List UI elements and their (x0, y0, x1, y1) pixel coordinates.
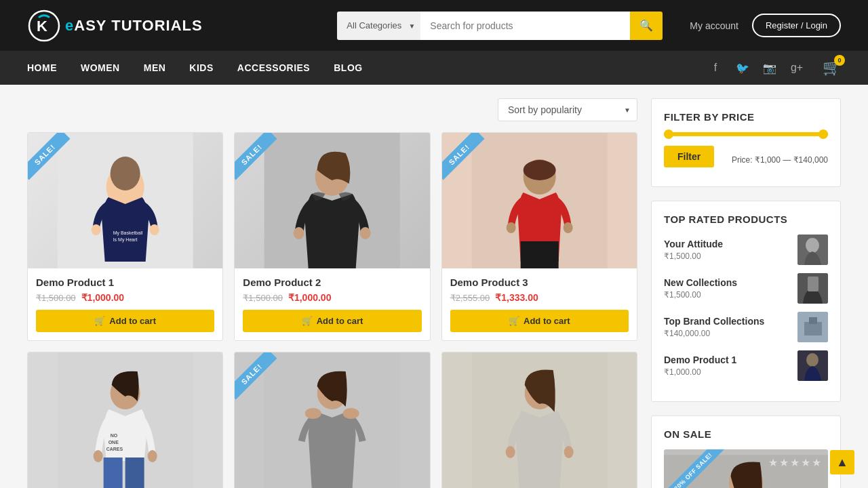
filter-button[interactable]: Filter (664, 146, 714, 167)
price-range-text: Price: ₹1,000 — ₹140,000 (732, 155, 828, 165)
top-rated-name-3: Top Brand Collections (664, 316, 791, 327)
my-account-link[interactable]: My account (690, 20, 738, 31)
svg-text:NO: NO (111, 433, 118, 438)
svg-text:My Basketball: My Basketball (113, 230, 143, 236)
top-rated-section: TOP RATED PRODUCTS Your Attitude ₹1,500.… (651, 201, 841, 402)
scroll-top-button[interactable]: ▲ (830, 450, 854, 474)
product-name-2: Demo Product 2 (243, 277, 421, 288)
top-rated-info-1: Your Attitude ₹1,500.00 (664, 239, 791, 261)
sort-select[interactable]: Sort by popularity Sort by latest Sort b… (498, 98, 637, 121)
add-to-cart-button-1[interactable]: 🛒 Add to cart (36, 310, 214, 332)
logo-icon: K (27, 9, 61, 43)
cart-icon-btn-3: 🛒 (509, 316, 519, 326)
product-name-3: Demo Product 3 (450, 277, 629, 288)
sale-badge-3 (442, 133, 496, 187)
svg-point-15 (506, 222, 515, 233)
cart-wrapper[interactable]: 🛒 0 (823, 59, 841, 77)
nav-item-men[interactable]: MEN (144, 62, 166, 73)
instagram-icon[interactable]: 📷 (762, 60, 778, 76)
price-area-1: ₹1,500.00 ₹1,000.00 (36, 292, 214, 303)
top-rated-item-1[interactable]: Your Attitude ₹1,500.00 (664, 235, 828, 265)
top-rated-item-2[interactable]: New Collections ₹1,500.00 (664, 273, 828, 304)
register-login-button[interactable]: Register / Login (752, 14, 841, 37)
top-rated-name-2: New Collections (664, 277, 791, 288)
price-slider-track[interactable] (664, 132, 828, 136)
sale-price-3: ₹1,333.00 (495, 292, 538, 303)
original-price-1: ₹1,500.00 (36, 293, 76, 303)
price-area-3: ₹2,555.00 ₹1,333.00 (450, 292, 629, 303)
top-rated-info-3: Top Brand Collections ₹140,000.00 (664, 316, 791, 338)
svg-point-30 (305, 408, 321, 419)
star-1: ★ (768, 456, 778, 469)
twitter-icon[interactable]: 🐦 (734, 60, 751, 76)
top-rated-price-4: ₹1,000.00 (664, 367, 791, 377)
header-right: My account Register / Login (690, 14, 841, 37)
star-5: ★ (812, 456, 821, 469)
category-select[interactable]: All Categories Women Men Kids Accessorie… (337, 12, 420, 40)
top-rated-thumb-3 (797, 312, 828, 342)
cart-icon-btn-2: 🛒 (302, 316, 313, 326)
nav-item-women[interactable]: WOMEN (81, 62, 120, 73)
cart-badge: 0 (834, 55, 845, 66)
product-card-5: Demo Product 5 🛒 Add to cart (234, 352, 430, 488)
product-image-svg-4: NO ONE CARES (28, 352, 222, 488)
sort-bar: Sort by popularity Sort by latest Sort b… (27, 98, 637, 121)
product-image-3 (442, 133, 637, 268)
nav-item-accessories[interactable]: ACCESSORIES (237, 62, 310, 73)
svg-point-37 (806, 238, 819, 253)
product-name-1: Demo Product 1 (36, 277, 214, 288)
svg-text:K: K (37, 18, 47, 35)
price-area-2: ₹1,500.00 ₹1,000.00 (243, 292, 421, 303)
slider-handle-left[interactable] (664, 129, 673, 139)
product-image-2 (235, 133, 429, 268)
nav-links: HOME WOMEN MEN KIDS ACCESSORIES BLOG (27, 62, 707, 73)
star-2: ★ (779, 456, 789, 469)
svg-rect-42 (809, 317, 817, 324)
svg-point-34 (505, 446, 515, 458)
product-card-6: Demo Product 6 🛒 Add to cart (441, 352, 637, 488)
sale-badge-5 (235, 352, 289, 407)
star-3: ★ (790, 456, 800, 469)
googleplus-icon[interactable]: g+ (789, 60, 805, 76)
svg-text:ONE: ONE (108, 440, 119, 445)
slider-handle-right[interactable] (818, 129, 828, 139)
product-grid: My Basketball Is My Heart Demo Product 1… (27, 132, 637, 488)
svg-text:CARES: CARES (106, 447, 123, 451)
svg-point-4 (92, 224, 101, 235)
sort-select-wrapper: Sort by popularity Sort by latest Sort b… (498, 98, 637, 121)
top-rated-name-1: Your Attitude (664, 239, 791, 249)
product-card-3: Demo Product 3 ₹2,555.00 ₹1,333.00 🛒 Add… (441, 132, 637, 341)
top-rated-item-4[interactable]: Demo Product 1 ₹1,000.00 (664, 350, 828, 381)
top-rated-price-3: ₹140,000.00 (664, 329, 791, 338)
facebook-icon[interactable]: f (707, 60, 724, 76)
top-rated-title: TOP RATED PRODUCTS (664, 214, 828, 225)
nav-item-blog[interactable]: BLOG (334, 62, 362, 73)
svg-point-16 (563, 222, 572, 233)
search-icon: 🔍 (639, 20, 653, 31)
search-input[interactable] (420, 12, 630, 40)
logo[interactable]: K eeasyASY TUTORIALS (27, 9, 203, 43)
sale-badge-20 (664, 449, 725, 488)
svg-point-31 (343, 408, 359, 419)
add-to-cart-button-2[interactable]: 🛒 Add to cart (243, 310, 421, 332)
top-rated-item-3[interactable]: Top Brand Collections ₹140,000.00 (664, 312, 828, 342)
product-info-2: Demo Product 2 ₹1,500.00 ₹1,000.00 🛒 Add… (235, 268, 429, 340)
original-price-2: ₹1,500.00 (243, 293, 283, 303)
sale-price-2: ₹1,000.00 (288, 292, 332, 303)
product-card-4: NO ONE CARES Demo Product 4 🛒 Add to car… (27, 352, 223, 488)
nav-item-kids[interactable]: KIDS (189, 62, 213, 73)
filter-title: FILTER BY PRICE (664, 111, 828, 123)
top-rated-name-4: Demo Product 1 (664, 354, 791, 365)
filter-row: Filter Price: ₹1,000 — ₹140,000 (664, 146, 828, 174)
top-rated-thumb-1 (797, 235, 828, 265)
search-button[interactable]: 🔍 (630, 12, 663, 40)
product-info-1: Demo Product 1 ₹1,500.00 ₹1,000.00 🛒 Add… (28, 268, 222, 340)
top-rated-price-1: ₹1,500.00 (664, 251, 791, 261)
top-rated-info-2: New Collections ₹1,500.00 (664, 277, 791, 300)
top-rated-thumb-2 (797, 273, 828, 304)
svg-rect-17 (520, 241, 558, 268)
nav-item-home[interactable]: HOME (27, 62, 57, 73)
add-to-cart-button-3[interactable]: 🛒 Add to cart (450, 310, 629, 332)
sale-badge-1 (28, 133, 82, 187)
svg-point-44 (806, 353, 818, 367)
